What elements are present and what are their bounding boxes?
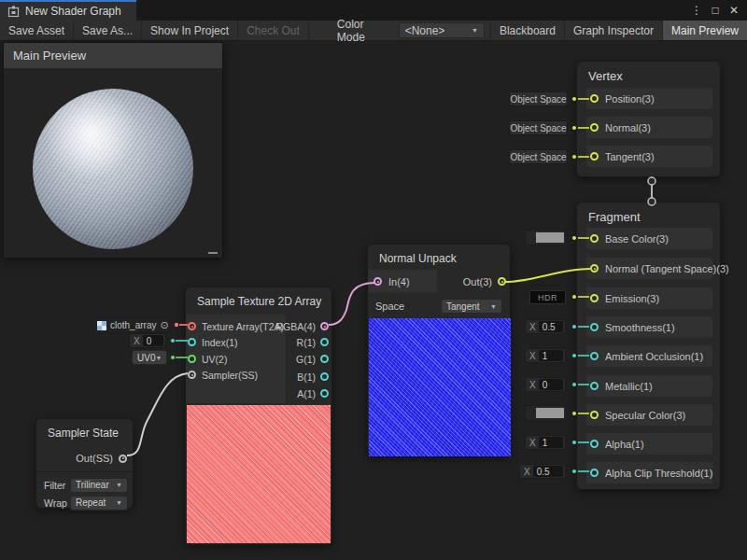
port-smoothness[interactable] (590, 323, 599, 331)
texture-asset-field[interactable]: cloth_array ⊙ (93, 317, 170, 333)
port-row-r[interactable]: R(1) (284, 334, 329, 350)
smoothness-field[interactable]: X0.5 (525, 319, 566, 334)
port-row-g[interactable]: G(1) (284, 351, 329, 367)
port-out[interactable] (498, 277, 506, 286)
main-preview-panel[interactable]: Main Preview (3, 42, 223, 259)
sample-texture-2d-array-node[interactable]: Sample Texture 2D Array Texture Array(T2… (185, 287, 332, 545)
save-asset-button[interactable]: Save Asset (0, 21, 74, 40)
fragment-node[interactable]: Fragment Base Color(3) Normal (Tangent S… (576, 202, 721, 490)
port-specular-color[interactable] (590, 411, 599, 419)
port-alpha[interactable] (590, 440, 599, 448)
space-dropdown[interactable]: Tangent ▼ (441, 299, 502, 314)
menu-icon[interactable]: ⋮ (689, 3, 704, 18)
port-alpha-clip-threshold[interactable] (590, 469, 599, 477)
port-row-normal-ts[interactable]: Normal (Tangent Space)(3) (586, 258, 712, 279)
document-tab[interactable]: New Shader Graph (0, 0, 136, 21)
main-preview-button[interactable]: Main Preview (662, 21, 747, 40)
port-row-position[interactable]: Position(3) (586, 88, 712, 109)
graph-canvas[interactable]: Vertex Position(3) Normal(3) Tangent(3) … (0, 41, 747, 560)
save-as-button[interactable]: Save As... (74, 21, 142, 40)
port-in[interactable] (374, 277, 382, 286)
port-metallic[interactable] (590, 382, 599, 390)
port-row-in[interactable]: In(4) (368, 270, 437, 293)
float-value[interactable]: 0 (143, 335, 163, 346)
port-rgba[interactable] (320, 322, 329, 330)
sampler-state-title: Sampler State (36, 419, 133, 445)
tangent-space-dropdown[interactable]: Object Space (509, 149, 568, 164)
port-row-a[interactable]: A(1) (284, 385, 329, 401)
port-row-rgba[interactable]: RGBA(4) (284, 318, 329, 334)
port-row-b[interactable]: B(1) (284, 369, 329, 385)
main-preview-header[interactable]: Main Preview (4, 43, 222, 68)
index-field[interactable]: X0 (129, 333, 166, 348)
vertex-node[interactable]: Vertex Position(3) Normal(3) Tangent(3) (576, 61, 721, 177)
float-value[interactable]: 1 (539, 350, 563, 361)
uv-dot (171, 356, 175, 359)
port-row-base-color[interactable]: Base Color(3) (586, 228, 712, 249)
preview-sphere[interactable] (33, 89, 193, 249)
sampler-state-node[interactable]: Sampler State Out(SS) Filter Trilinear ▼… (35, 418, 134, 509)
port-label: Out(SS) (76, 453, 113, 464)
link-top-knob[interactable] (648, 177, 655, 185)
blackboard-button[interactable]: Blackboard (490, 21, 564, 40)
port-row-texture-array[interactable]: Texture Array(T2A) (186, 318, 286, 334)
port-emission[interactable] (590, 294, 599, 302)
float-value[interactable]: 0.5 (533, 466, 563, 477)
port-row-ambient-occlusion[interactable]: Ambient Occlusion(1) (586, 345, 712, 367)
ambient-occlusion-field[interactable]: X1 (525, 348, 566, 363)
port-row-emission[interactable]: Emission(3) (586, 287, 712, 309)
float-value[interactable]: 1 (539, 437, 563, 448)
port-row-normal[interactable]: Normal(3) (586, 117, 712, 138)
port-row-specular-color[interactable]: Specular Color(3) (586, 404, 712, 426)
normal-space-dropdown[interactable]: Object Space (509, 120, 568, 135)
port-row-uv[interactable]: UV(2) (186, 351, 286, 367)
port-index[interactable] (188, 338, 196, 346)
port-ambient-occlusion[interactable] (590, 352, 599, 360)
float-value[interactable]: 0.5 (539, 321, 563, 332)
filter-dropdown[interactable]: Trilinear ▼ (70, 478, 128, 493)
port-tangent[interactable] (590, 152, 599, 161)
show-in-project-button[interactable]: Show In Project (142, 21, 238, 40)
alpha-field[interactable]: X1 (525, 435, 566, 450)
uv-channel-dropdown[interactable]: UV0▼ (132, 350, 167, 365)
port-a[interactable] (320, 389, 329, 398)
port-out-ss[interactable] (119, 455, 127, 463)
specular-color-swatch[interactable] (525, 405, 567, 421)
port-row-out[interactable]: Out(3) (439, 270, 510, 293)
close-icon[interactable]: ✕ (726, 3, 741, 18)
port-normal[interactable] (590, 123, 599, 132)
alpha-clip-field[interactable]: X0.5 (519, 464, 566, 479)
resize-grip[interactable] (208, 252, 218, 254)
wrap-dropdown[interactable]: Repeat ▼ (70, 496, 128, 511)
color-mode-dropdown[interactable]: <None> ▼ (399, 22, 485, 38)
port-base-color[interactable] (590, 234, 599, 243)
wire-sampler-state[interactable] (127, 373, 188, 455)
port-texture-array[interactable] (188, 322, 196, 330)
emission-hdr-field[interactable]: HDR (529, 290, 566, 304)
port-row-out-ss[interactable]: Out(SS) (43, 449, 127, 468)
port-row-alpha-clip[interactable]: Alpha Clip Threshold(1) (586, 462, 712, 483)
graph-inspector-button[interactable]: Graph Inspector (564, 21, 662, 40)
port-g[interactable] (320, 355, 329, 363)
normal-unpack-node[interactable]: Normal Unpack In(4) Out(3) Space Tangent… (367, 244, 511, 456)
port-position[interactable] (590, 94, 599, 103)
port-r[interactable] (320, 338, 329, 346)
port-row-tangent[interactable]: Tangent(3) (586, 146, 712, 167)
port-b[interactable] (320, 372, 329, 381)
float-value[interactable]: 0 (539, 379, 563, 390)
port-normal-tangent-space[interactable] (590, 264, 599, 273)
port-row-sampler[interactable]: Sampler(SS) (186, 367, 286, 383)
maximize-icon[interactable]: □ (708, 3, 723, 18)
metallic-field[interactable]: X0 (525, 377, 566, 392)
port-sampler[interactable] (188, 371, 196, 379)
port-uv[interactable] (188, 355, 196, 363)
object-picker-icon[interactable]: ⊙ (160, 319, 168, 331)
port-row-alpha[interactable]: Alpha(1) (586, 433, 712, 455)
x-prefix: X (528, 322, 536, 332)
vertex-node-title: Vertex (577, 62, 720, 89)
base-color-swatch[interactable] (525, 230, 567, 245)
port-row-metallic[interactable]: Metallic(1) (586, 375, 712, 397)
port-row-smoothness[interactable]: Smoothness(1) (586, 316, 712, 338)
port-row-index[interactable]: Index(1) (186, 334, 286, 350)
position-space-dropdown[interactable]: Object Space (509, 91, 568, 106)
